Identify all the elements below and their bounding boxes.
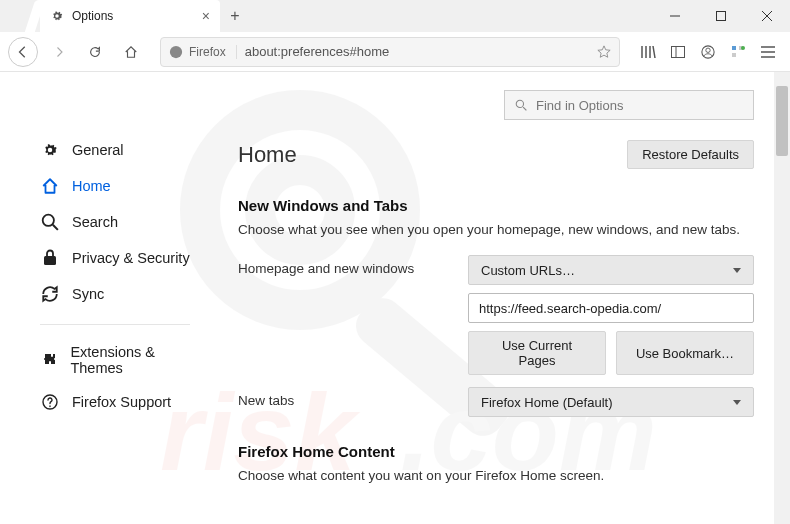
scrollbar-thumb[interactable] (776, 86, 788, 156)
sidebar-item-extensions[interactable]: Extensions & Themes (30, 335, 210, 385)
sidebar-item-label: Firefox Support (72, 394, 171, 410)
use-current-pages-button[interactable]: Use Current Pages (468, 331, 606, 375)
lock-icon (40, 249, 60, 267)
use-bookmark-button[interactable]: Use Bookmark… (616, 331, 754, 375)
firefox-icon (169, 45, 183, 59)
window-controls (652, 0, 790, 32)
sidebar-item-privacy[interactable]: Privacy & Security (30, 240, 210, 276)
svg-line-30 (523, 107, 526, 110)
library-icon[interactable] (634, 37, 662, 67)
back-button[interactable] (8, 37, 38, 67)
identity-label: Firefox (189, 45, 226, 59)
svg-point-21 (741, 46, 745, 50)
svg-rect-20 (732, 53, 736, 57)
sidebar-item-home[interactable]: Home (30, 168, 210, 204)
svg-rect-27 (44, 256, 56, 265)
extension-icon[interactable] (724, 37, 752, 67)
section-description: Choose what content you want on your Fir… (238, 468, 754, 483)
new-windows-tabs-section: New Windows and Tabs Choose what you see… (238, 197, 754, 417)
homepage-url-input[interactable] (468, 293, 754, 323)
svg-point-25 (43, 215, 54, 226)
sidebar-item-label: Home (72, 178, 111, 194)
svg-line-13 (653, 46, 655, 58)
browser-tab[interactable]: Options × (40, 0, 220, 32)
gear-icon (40, 141, 60, 159)
svg-line-26 (53, 225, 58, 230)
firefox-home-content-section: Firefox Home Content Choose what content… (238, 443, 754, 483)
svg-point-17 (706, 48, 710, 52)
sidebar-item-label: Search (72, 214, 118, 230)
home-button[interactable] (116, 37, 146, 67)
account-icon[interactable] (694, 37, 722, 67)
sidebar-icon[interactable] (664, 37, 692, 67)
sync-icon (40, 285, 60, 303)
find-in-options-input[interactable]: Find in Options (504, 90, 754, 120)
close-tab-icon[interactable]: × (202, 8, 210, 24)
newtabs-select[interactable]: Firefox Home (Default) (468, 387, 754, 417)
forward-button[interactable] (44, 37, 74, 67)
menu-icon[interactable] (754, 37, 782, 67)
section-description: Choose what you see when you open your h… (238, 222, 754, 237)
help-icon (40, 394, 60, 410)
sidebar-item-search[interactable]: Search (30, 204, 210, 240)
newtabs-label: New tabs (238, 387, 468, 408)
tab-title: Options (72, 9, 113, 23)
homepage-label: Homepage and new windows (238, 255, 468, 276)
homepage-select[interactable]: Custom URLs… (468, 255, 754, 285)
restore-defaults-button[interactable]: Restore Defaults (627, 140, 754, 169)
bookmark-star-icon[interactable] (597, 45, 611, 59)
search-icon (515, 99, 528, 112)
sidebar-item-label: Privacy & Security (72, 250, 190, 266)
svg-rect-18 (732, 46, 736, 50)
scrollbar[interactable] (774, 72, 790, 524)
minimize-button[interactable] (652, 0, 698, 32)
page-title: Home (238, 142, 297, 168)
url-bar[interactable]: Firefox about:preferences#home (160, 37, 620, 67)
sidebar-item-label: General (72, 142, 124, 158)
toolbar-right (634, 37, 782, 67)
new-tab-button[interactable]: + (220, 0, 250, 32)
reload-button[interactable] (80, 37, 110, 67)
section-heading: Firefox Home Content (238, 443, 754, 460)
url-text: about:preferences#home (245, 44, 589, 59)
gear-icon (50, 9, 64, 23)
preferences-sidebar: General Home Search Privacy & Security S… (0, 72, 210, 524)
svg-point-29 (516, 100, 523, 107)
preferences-main: Find in Options Home Restore Defaults Ne… (210, 72, 790, 524)
find-placeholder: Find in Options (536, 98, 623, 113)
puzzle-icon (40, 352, 58, 368)
svg-point-9 (170, 45, 182, 57)
sidebar-item-label: Extensions & Themes (70, 344, 200, 376)
sidebar-item-label: Sync (72, 286, 104, 302)
home-icon (40, 177, 60, 195)
sidebar-divider (40, 324, 190, 325)
titlebar: Options × + (0, 0, 790, 32)
navbar: Firefox about:preferences#home (0, 32, 790, 72)
sidebar-item-sync[interactable]: Sync (30, 276, 210, 312)
svg-rect-14 (672, 46, 685, 57)
svg-rect-6 (717, 12, 726, 21)
identity-box[interactable]: Firefox (169, 45, 237, 59)
sidebar-item-general[interactable]: General (30, 132, 210, 168)
close-window-button[interactable] (744, 0, 790, 32)
section-heading: New Windows and Tabs (238, 197, 754, 214)
search-icon (40, 213, 60, 231)
maximize-button[interactable] (698, 0, 744, 32)
sidebar-item-support[interactable]: Firefox Support (30, 385, 210, 419)
